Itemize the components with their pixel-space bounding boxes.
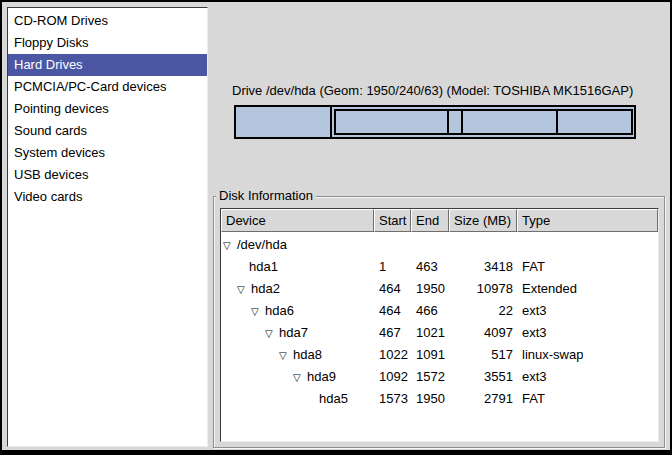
end-cell: 1091 bbox=[411, 344, 449, 366]
type-cell: Extended bbox=[517, 278, 577, 300]
size-cell bbox=[449, 234, 517, 256]
sidebar-item-label: Pointing devices bbox=[14, 101, 109, 116]
device-cell: hda5 bbox=[221, 388, 374, 410]
start-cell: 464 bbox=[374, 278, 411, 300]
size-cell: 22 bbox=[449, 300, 517, 322]
sidebar-item-label: Video cards bbox=[14, 189, 82, 204]
device-cell: ▽/dev/hda bbox=[221, 234, 374, 256]
table-row-hda5[interactable]: hda5157319502791FAT bbox=[221, 388, 658, 410]
hardware-browser-window: CD-ROM DrivesFloppy DisksHard DrivesPCMC… bbox=[2, 2, 670, 450]
sidebar-item-pcmcia-pc-card-devices[interactable]: PCMCIA/PC-Card devices bbox=[8, 76, 207, 98]
sidebar-item-label: Sound cards bbox=[14, 123, 87, 138]
expander-icon[interactable]: ▽ bbox=[265, 323, 279, 344]
end-cell: 1950 bbox=[411, 278, 449, 300]
expander-icon[interactable]: ▽ bbox=[293, 367, 307, 388]
device-label: hda1 bbox=[249, 259, 278, 274]
table-row-hda7[interactable]: ▽hda746710214097ext3 bbox=[221, 322, 658, 344]
sidebar-item-hard-drives[interactable]: Hard Drives bbox=[8, 54, 207, 76]
table-row-hda8[interactable]: ▽hda810221091517linux-swap bbox=[221, 344, 658, 366]
disk-bar bbox=[234, 105, 636, 139]
type-cell: ext3 bbox=[517, 366, 547, 388]
device-cell: ▽hda9 bbox=[221, 366, 374, 388]
type-cell: FAT bbox=[517, 256, 545, 278]
table-row-hda6[interactable]: ▽hda646446622ext3 bbox=[221, 300, 658, 322]
indent-spacer bbox=[223, 311, 251, 312]
device-label: hda7 bbox=[279, 325, 308, 340]
size-cell: 4097 bbox=[449, 322, 517, 344]
table-row-hda9[interactable]: ▽hda9109215723551ext3 bbox=[221, 366, 658, 388]
device-cell: ▽hda8 bbox=[221, 344, 374, 366]
end-cell: 1021 bbox=[411, 322, 449, 344]
expander-icon[interactable]: ▽ bbox=[251, 301, 265, 322]
start-cell: 464 bbox=[374, 300, 411, 322]
logical-partition-divider bbox=[447, 111, 449, 133]
groupbox-label: Disk Information bbox=[216, 188, 316, 203]
start-cell bbox=[374, 234, 411, 256]
logical-partition-divider bbox=[556, 111, 558, 133]
device-label: hda6 bbox=[265, 303, 294, 318]
sidebar-item-usb-devices[interactable]: USB devices bbox=[8, 164, 207, 186]
disk-information-groupbox: Disk Information DeviceStartEndSize (MB)… bbox=[213, 196, 665, 448]
device-label: /dev/hda bbox=[237, 237, 287, 252]
column-header-size-mb[interactable]: Size (MB) bbox=[449, 209, 517, 232]
indent-spacer bbox=[223, 355, 279, 356]
sidebar-item-pointing-devices[interactable]: Pointing devices bbox=[8, 98, 207, 120]
expander-icon[interactable]: ▽ bbox=[237, 279, 251, 300]
start-cell: 1022 bbox=[374, 344, 411, 366]
type-cell: linux-swap bbox=[517, 344, 583, 366]
sidebar-item-video-cards[interactable]: Video cards bbox=[8, 186, 207, 208]
sidebar-item-label: USB devices bbox=[14, 167, 88, 182]
sidebar-item-cd-rom-drives[interactable]: CD-ROM Drives bbox=[8, 10, 207, 32]
type-cell: ext3 bbox=[517, 300, 547, 322]
size-cell: 517 bbox=[449, 344, 517, 366]
start-cell: 467 bbox=[374, 322, 411, 344]
table-row-hda2[interactable]: ▽hda2464195010978Extended bbox=[221, 278, 658, 300]
indent-spacer bbox=[223, 377, 293, 378]
device-label: hda5 bbox=[319, 391, 348, 406]
screen: CD-ROM DrivesFloppy DisksHard DrivesPCMC… bbox=[0, 0, 672, 455]
sidebar: CD-ROM DrivesFloppy DisksHard DrivesPCMC… bbox=[7, 7, 208, 447]
device-label: hda2 bbox=[251, 281, 280, 296]
sidebar-item-label: CD-ROM Drives bbox=[14, 13, 108, 28]
type-cell bbox=[517, 234, 522, 256]
column-header-type[interactable]: Type bbox=[517, 209, 658, 232]
start-cell: 1092 bbox=[374, 366, 411, 388]
end-cell bbox=[411, 234, 449, 256]
sidebar-item-system-devices[interactable]: System devices bbox=[8, 142, 207, 164]
disk-table: DeviceStartEndSize (MB)Type ▽/dev/hdahda… bbox=[220, 208, 659, 442]
table-row-dev-hda[interactable]: ▽/dev/hda bbox=[221, 234, 658, 256]
type-cell: FAT bbox=[517, 388, 545, 410]
sidebar-item-label: Floppy Disks bbox=[14, 35, 88, 50]
logical-partition-divider bbox=[461, 111, 463, 133]
extended-partition-box bbox=[334, 109, 633, 135]
indent-spacer bbox=[223, 399, 307, 400]
expander-icon[interactable]: ▽ bbox=[279, 345, 293, 366]
indent-spacer bbox=[223, 267, 237, 268]
end-cell: 1572 bbox=[411, 366, 449, 388]
type-cell: ext3 bbox=[517, 322, 547, 344]
expander-icon[interactable]: ▽ bbox=[223, 235, 237, 256]
indent-spacer bbox=[223, 333, 265, 334]
end-cell: 1950 bbox=[411, 388, 449, 410]
sidebar-item-label: System devices bbox=[14, 145, 105, 160]
end-cell: 466 bbox=[411, 300, 449, 322]
sidebar-item-sound-cards[interactable]: Sound cards bbox=[8, 120, 207, 142]
start-cell: 1573 bbox=[374, 388, 411, 410]
device-cell: ▽hda7 bbox=[221, 322, 374, 344]
device-cell: hda1 bbox=[221, 256, 374, 278]
drive-title: Drive /dev/hda (Geom: 1950/240/63) (Mode… bbox=[232, 83, 633, 98]
size-cell: 2791 bbox=[449, 388, 517, 410]
device-label: hda8 bbox=[293, 347, 322, 362]
start-cell: 1 bbox=[374, 256, 411, 278]
size-cell: 10978 bbox=[449, 278, 517, 300]
sidebar-item-floppy-disks[interactable]: Floppy Disks bbox=[8, 32, 207, 54]
table-row-hda1[interactable]: hda114633418FAT bbox=[221, 256, 658, 278]
table-header: DeviceStartEndSize (MB)Type bbox=[221, 209, 658, 232]
column-header-end[interactable]: End bbox=[411, 209, 449, 232]
column-header-device[interactable]: Device bbox=[221, 209, 374, 232]
device-cell: ▽hda6 bbox=[221, 300, 374, 322]
sidebar-item-label: Hard Drives bbox=[14, 57, 83, 72]
column-header-start[interactable]: Start bbox=[374, 209, 411, 232]
size-cell: 3418 bbox=[449, 256, 517, 278]
indent-spacer bbox=[223, 289, 237, 290]
